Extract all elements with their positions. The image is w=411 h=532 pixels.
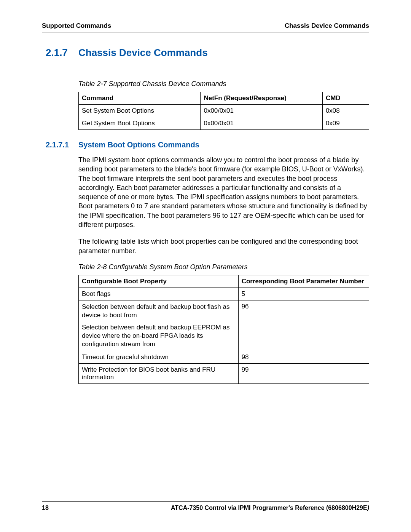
- cell-line: Selection between default and backup boo…: [82, 303, 235, 320]
- footer-title: ATCA-7350 Control via IPMI Programmer's …: [171, 505, 367, 511]
- table1-block: Table 2-7 Supported Chassis Device Comma…: [78, 80, 369, 130]
- cell: Selection between default and backup boo…: [79, 300, 239, 351]
- page-footer: 18 ATCA-7350 Control via IPMI Programmer…: [42, 501, 369, 511]
- cell: 0x00/0x01: [201, 105, 322, 117]
- header-right: Chassis Device Commands: [285, 22, 369, 30]
- paragraph: The following table lists which boot pro…: [78, 237, 369, 256]
- subsection-heading: 2.1.7.1System Boot Options Commands: [46, 141, 369, 149]
- cell: 0x00/0x01: [201, 117, 322, 130]
- table1: Command NetFn (Request/Response) CMD Set…: [78, 92, 369, 130]
- header-rule: [42, 32, 369, 32]
- cell: 5: [238, 288, 369, 300]
- footer-close: ): [367, 505, 369, 511]
- section-title: Chassis Device Commands: [78, 47, 208, 58]
- table1-h2: CMD: [322, 92, 369, 105]
- cell: Write Protection for BIOS boot banks and…: [79, 364, 239, 384]
- table-row: Selection between default and backup boo…: [79, 300, 369, 351]
- cell: Set System Boot Options: [79, 105, 201, 117]
- paragraph: The IPMI system boot options commands al…: [78, 155, 369, 229]
- table-row: Boot flags 5: [79, 288, 369, 300]
- header-left: Supported Commands: [42, 22, 111, 30]
- section-heading: 2.1.7Chassis Device Commands: [46, 47, 369, 59]
- table-row: Write Protection for BIOS boot banks and…: [79, 364, 369, 384]
- subsection-number: 2.1.7.1: [46, 141, 78, 149]
- table2-h0: Configurable Boot Property: [79, 275, 239, 288]
- footer-rule: [42, 501, 369, 502]
- cell: 96: [238, 300, 369, 351]
- cell: 99: [238, 364, 369, 384]
- footer-row: 18 ATCA-7350 Control via IPMI Programmer…: [42, 505, 369, 511]
- table-header-row: Configurable Boot Property Corresponding…: [79, 275, 369, 288]
- page: Supported Commands Chassis Device Comman…: [0, 0, 411, 532]
- footer-title-block: ATCA-7350 Control via IPMI Programmer's …: [171, 505, 369, 511]
- table2: Configurable Boot Property Corresponding…: [78, 275, 369, 384]
- content-area: 2.1.7Chassis Device Commands Table 2-7 S…: [42, 47, 369, 384]
- section-number: 2.1.7: [46, 47, 78, 59]
- table1-h1: NetFn (Request/Response): [201, 92, 322, 105]
- cell: 98: [238, 351, 369, 364]
- cell: Boot flags: [79, 288, 239, 300]
- table2-h1: Corresponding Boot Parameter Number: [238, 275, 369, 288]
- cell: 0x08: [322, 105, 369, 117]
- table1-caption: Table 2-7 Supported Chassis Device Comma…: [78, 80, 369, 88]
- table1-h0: Command: [79, 92, 201, 105]
- table-row: Timeout for graceful shutdown 98: [79, 351, 369, 364]
- cell-line: Selection between default and backup EEP…: [82, 323, 235, 348]
- running-header: Supported Commands Chassis Device Comman…: [42, 22, 369, 30]
- cell: Get System Boot Options: [79, 117, 201, 130]
- subsection-title: System Boot Options Commands: [78, 141, 199, 149]
- table-row: Get System Boot Options 0x00/0x01 0x09: [79, 117, 369, 130]
- cell: Timeout for graceful shutdown: [79, 351, 239, 364]
- table-row: Set System Boot Options 0x00/0x01 0x08: [79, 105, 369, 117]
- subsection-body: The IPMI system boot options commands al…: [78, 155, 369, 384]
- table2-caption: Table 2-8 Configurable System Boot Optio…: [78, 263, 369, 271]
- table-header-row: Command NetFn (Request/Response) CMD: [79, 92, 369, 105]
- cell: 0x09: [322, 117, 369, 130]
- page-number: 18: [42, 505, 49, 511]
